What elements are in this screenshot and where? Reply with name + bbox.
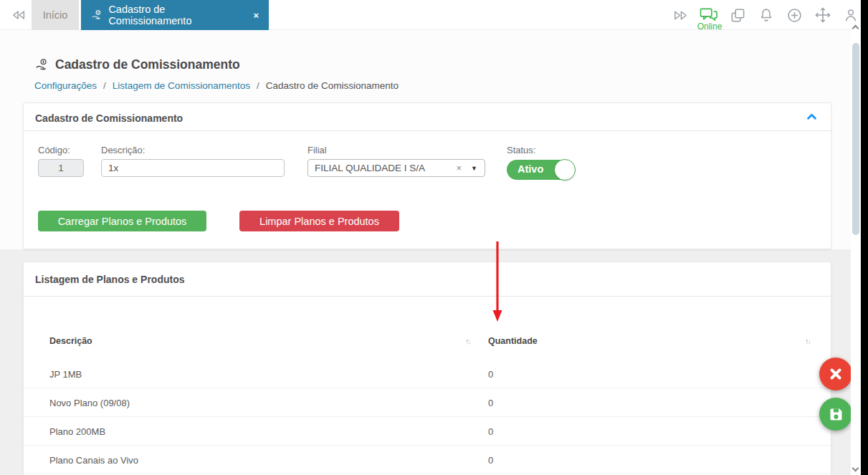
- vertical-scrollbar[interactable]: [851, 21, 861, 475]
- breadcrumb-listagem[interactable]: Listagem de Comissionamentos: [113, 80, 250, 91]
- breadcrumb-configuracoes[interactable]: Configurações: [34, 80, 97, 91]
- filial-selected-value: FILIAL QUALIDADE I S/A: [315, 163, 425, 173]
- toggle-knob: [554, 159, 576, 181]
- app-window: Início Cadastro de Comissionamento ×: [0, 0, 868, 475]
- add-button[interactable]: [785, 6, 803, 24]
- move-button[interactable]: [814, 6, 832, 24]
- tab-inicio[interactable]: Início: [32, 0, 79, 30]
- collapse-card-button[interactable]: [806, 111, 818, 125]
- chevron-up-icon: [806, 111, 818, 122]
- codigo-field: [38, 159, 84, 177]
- tab-inicio-label: Início: [43, 9, 68, 21]
- status-toggle-label: Ativo: [518, 163, 543, 175]
- table-body: JP 1MB 0 Novo Plano (09/08) 0 Plano 200M…: [24, 360, 831, 474]
- notifications-button[interactable]: [757, 6, 776, 24]
- status-label: Status:: [507, 145, 535, 155]
- tab-close-icon[interactable]: ×: [253, 10, 259, 21]
- sort-icon[interactable]: ↑↓: [805, 337, 810, 345]
- table-row[interactable]: Novo Plano (09/08) 0: [24, 388, 831, 417]
- row-descricao: Plano Canais ao Vivo: [49, 455, 138, 466]
- status-toggle[interactable]: Ativo: [507, 160, 574, 180]
- codigo-label: Código:: [38, 145, 70, 155]
- save-fab-button[interactable]: [819, 398, 852, 431]
- row-descricao: Plano 200MB: [49, 426, 105, 437]
- page-title: Cadastro de Comissionamento: [34, 57, 240, 72]
- filial-select[interactable]: FILIAL QUALIDADE I S/A × ▼: [307, 159, 485, 177]
- bell-icon: [758, 7, 774, 23]
- limpar-planos-button[interactable]: Limpar Planos e Produtos: [239, 211, 399, 231]
- tab-active-label: Cadastro de Comissionamento: [108, 4, 246, 27]
- sort-icon[interactable]: ↑↓: [465, 337, 470, 345]
- tab-bar: Início Cadastro de Comissionamento ×: [0, 0, 861, 30]
- breadcrumb-current: Cadastro de Comissionamento: [266, 80, 399, 91]
- carregar-planos-button[interactable]: Carregar Planos e Produtos: [38, 211, 206, 231]
- divider: [24, 130, 831, 131]
- breadcrumb-separator: /: [257, 80, 259, 91]
- save-floppy-icon: [827, 406, 845, 423]
- form-card-title: Cadastro de Comissionamento: [35, 112, 183, 124]
- clear-selection-icon[interactable]: ×: [456, 163, 462, 173]
- column-header-quantidade[interactable]: Quantidade: [488, 336, 538, 346]
- hand-dollar-icon: [91, 9, 102, 21]
- plus-circle-icon: [786, 7, 803, 24]
- scroll-down-icon[interactable]: [852, 465, 859, 472]
- fast-forward-icon: [672, 7, 689, 24]
- row-quantidade: 0: [488, 398, 493, 408]
- table-row[interactable]: JP 1MB 0: [24, 360, 831, 388]
- online-status-label: Online: [690, 21, 729, 32]
- collapse-tabs-button[interactable]: [6, 0, 32, 30]
- filial-label: Filial: [307, 145, 327, 155]
- move-arrows-icon: [814, 6, 831, 24]
- window-edge: [861, 0, 868, 475]
- scroll-up-icon[interactable]: [852, 25, 859, 32]
- close-icon: [827, 365, 844, 383]
- divider: [24, 296, 831, 297]
- form-card: Cadastro de Comissionamento Código: Desc…: [23, 102, 831, 249]
- fast-forward-button[interactable]: [671, 6, 690, 24]
- user-icon: [843, 7, 859, 23]
- row-quantidade: 0: [488, 426, 493, 437]
- dropdown-caret-icon: ▼: [471, 165, 477, 172]
- row-descricao: Novo Plano (09/08): [49, 398, 130, 408]
- row-quantidade: 0: [488, 455, 493, 466]
- row-quantidade: 0: [488, 369, 493, 380]
- table-row[interactable]: Plano Canais ao Vivo 0: [24, 446, 831, 474]
- row-descricao: JP 1MB: [49, 369, 82, 380]
- breadcrumb: Configurações / Listagem de Comissioname…: [34, 80, 399, 91]
- copy-icon: [730, 7, 746, 24]
- descricao-field[interactable]: [101, 159, 285, 177]
- main-content: Cadastro de Comissionamento Configuraçõe…: [0, 30, 861, 475]
- tab-cadastro-comissionamento[interactable]: Cadastro de Comissionamento ×: [81, 0, 269, 30]
- breadcrumb-separator: /: [103, 80, 106, 91]
- duplicate-button[interactable]: [728, 6, 747, 24]
- cancel-fab-button[interactable]: [819, 358, 852, 390]
- column-header-descricao[interactable]: Descrição: [49, 336, 92, 346]
- rewind-icon: [11, 7, 27, 23]
- page-title-text: Cadastro de Comissionamento: [55, 57, 240, 72]
- hand-dollar-icon: [34, 58, 49, 72]
- descricao-label: Descrição:: [101, 145, 145, 155]
- list-card-title: Listagem de Planos e Produtos: [35, 274, 185, 285]
- scrollbar-thumb[interactable]: [852, 43, 859, 235]
- list-card: Listagem de Planos e Produtos Descrição …: [23, 262, 831, 475]
- table-row[interactable]: Plano 200MB 0: [24, 417, 831, 446]
